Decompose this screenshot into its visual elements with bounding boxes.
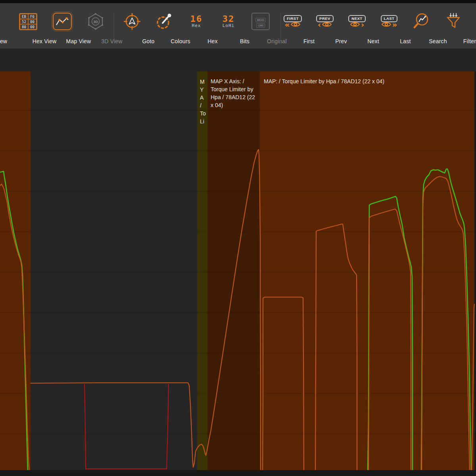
toolbar-button-next[interactable]: NEXT › Next — [341, 3, 373, 48]
chart-background-region — [197, 71, 207, 470]
chart-background-region — [474, 71, 476, 470]
toolbar-button-3d-view[interactable]: 3D 3D View — [79, 3, 112, 48]
y-axis-panel-text: Y — [200, 86, 207, 94]
app-window: ew EB F6 52 00 80 00 Hex View — [0, 0, 476, 476]
last-tag: LAST — [381, 15, 398, 22]
bits-32-icon: 32 LoHi — [212, 6, 245, 36]
original-dots: ··· — [259, 15, 262, 17]
y-axis-panel-text: M — [200, 78, 207, 86]
hex-cell: EB — [20, 14, 28, 19]
x-axis-label-line: Hpa / 78AD12 (22 — [211, 93, 259, 101]
map-title: MAP: / Torque Limiter by Hpa / 78AD12 (2… — [264, 78, 384, 84]
x-axis-label-line: MAP X Axis: / — [211, 77, 259, 85]
chart-background-region — [207, 71, 260, 470]
toolbar-button-bits[interactable]: 32 LoHi Bits — [212, 3, 245, 48]
goto-icon — [116, 6, 148, 36]
last-icon: LAST » — [373, 6, 405, 36]
hex-16-icon: 16 Hex — [180, 6, 213, 36]
y-axis-panel-text: To — [200, 109, 207, 117]
toolbar-button-map-view[interactable]: Map View — [46, 3, 79, 48]
next-tag: NEXT — [348, 15, 365, 22]
hex-cell: 80 — [20, 24, 28, 29]
toolbar-button-first[interactable]: FIRST « First — [276, 3, 309, 48]
bits-32-digits: 32 — [223, 15, 235, 23]
eye-icon — [290, 21, 301, 28]
x-axis-panel-label: MAP X Axis: / Torque Limiter by Hpa / 78… — [211, 77, 259, 109]
hex-sub-label: Hex — [192, 23, 201, 28]
colours-icon — [148, 6, 180, 36]
x-axis-label-line: x 04) — [211, 101, 259, 109]
next-icon: NEXT › — [341, 6, 373, 36]
toolbar-button-hex-view[interactable]: EB F6 52 00 80 00 Hex View — [12, 3, 44, 48]
window-top-strip — [0, 0, 476, 3]
hex-cell: 00 — [28, 24, 36, 29]
filter-icon — [437, 6, 470, 36]
eye-icon — [350, 21, 360, 28]
map-view-panel[interactable]: M Y A / To Li MAP X Axis: / Torque Limit… — [0, 71, 476, 470]
hex-cell: 00 — [28, 19, 36, 24]
map-chart[interactable] — [0, 71, 476, 470]
original-ori-tag: ORI — [256, 23, 265, 28]
hex-view-icon: EB F6 52 00 80 00 — [12, 6, 44, 36]
x-axis-label-line: Torque Limiter by — [211, 85, 259, 93]
eye-icon — [381, 21, 392, 28]
hex-16-digits: 16 — [190, 15, 203, 23]
first-tag: FIRST — [284, 15, 302, 22]
toolbar-label: Filter — [453, 38, 476, 44]
main-toolbar: ew EB F6 52 00 80 00 Hex View — [0, 3, 476, 49]
original-icon: ··· MOD ORI — [244, 6, 277, 36]
toolbar-button-original[interactable]: ··· MOD ORI Original — [244, 3, 277, 48]
y-axis-panel-text: Li — [200, 117, 207, 125]
bits-sub-label: LoHi — [223, 23, 235, 28]
eye-icon — [322, 21, 332, 28]
hex-cell: 52 — [20, 19, 28, 24]
hex-cell: F6 — [28, 14, 36, 19]
toolbar-button-search[interactable]: Search — [405, 3, 438, 48]
svg-text:3D: 3D — [93, 20, 98, 24]
toolbar-button-prev[interactable]: PREV ‹ Prev — [309, 3, 341, 48]
chart-background-region — [260, 71, 474, 470]
toolbar-button-filter[interactable]: Filter — [437, 3, 470, 48]
toolbar-button-goto[interactable]: Goto — [116, 3, 148, 48]
prev-tag: PREV — [316, 15, 334, 22]
window-bottom-strip — [0, 470, 476, 476]
prev-icon: PREV ‹ — [309, 6, 341, 36]
3d-view-icon: 3D — [79, 6, 112, 36]
toolbar-button-last[interactable]: LAST » Last — [373, 3, 405, 48]
search-icon — [405, 6, 438, 36]
toolbar-button-partial-view[interactable]: ew — [0, 3, 7, 48]
toolbar-button-colours[interactable]: Colours — [148, 3, 180, 48]
toolbar-label: ew — [0, 38, 7, 44]
toolbar-separator — [114, 12, 114, 40]
first-icon: FIRST « — [276, 6, 309, 36]
original-mod-tag: MOD — [255, 18, 266, 22]
map-view-icon — [46, 6, 79, 36]
chart-background-region — [31, 71, 197, 470]
toolbar-chart-gap — [0, 49, 476, 71]
y-axis-panel-text: / — [200, 102, 207, 109]
toolbar-button-hex-format[interactable]: 16 Hex Hex — [180, 3, 213, 48]
y-axis-panel-text: A — [200, 94, 207, 102]
